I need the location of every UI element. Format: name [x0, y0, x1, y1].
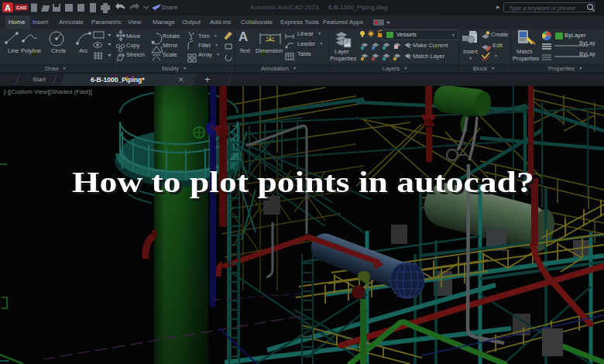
svg-text:CAD: CAD: [16, 5, 27, 10]
svg-text:A: A: [5, 3, 11, 12]
